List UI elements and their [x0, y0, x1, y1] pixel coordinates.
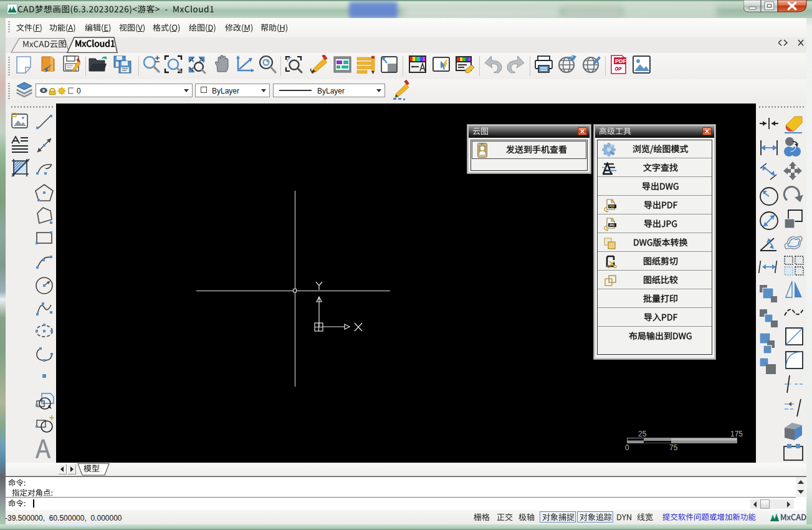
svg-text:PDF: PDF	[615, 58, 627, 64]
svg-text:JPG: JPG	[609, 224, 615, 227]
svg-text:PDF: PDF	[609, 205, 614, 208]
